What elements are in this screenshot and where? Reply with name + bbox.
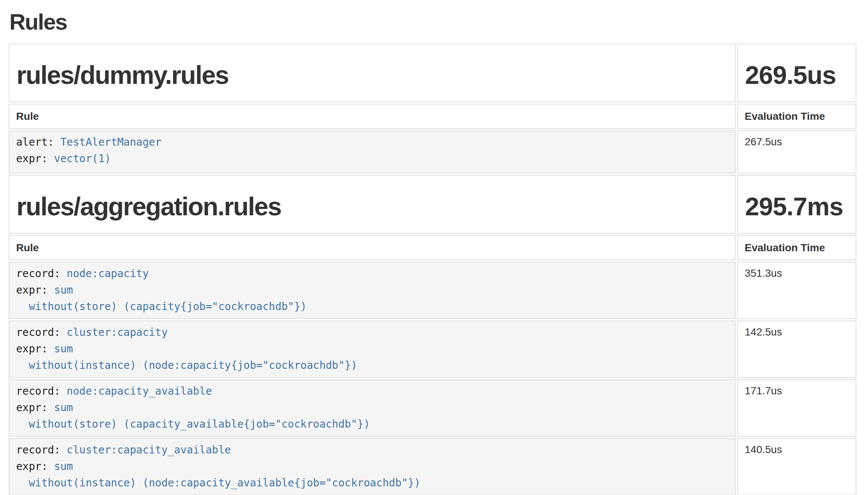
rule-code: record: node:capacityexpr: sum without(s… (16, 265, 728, 315)
expr-label: expr: (16, 401, 54, 414)
eval-time-cell: 351.3us (737, 262, 856, 319)
rule-row: record: node:capacity_availableexpr: sum… (9, 379, 856, 437)
rules-table: rules/dummy.rules 269.5us Rule Evaluatio… (7, 42, 858, 495)
page-title: Rules (9, 9, 861, 35)
rule-code-cell: record: node:capacityexpr: sum without(s… (9, 262, 736, 319)
rule-expr-link[interactable]: sum without(instance) (node:capacity_ava… (16, 460, 728, 491)
rule-code-cell: record: cluster:capacityexpr: sum withou… (9, 321, 736, 378)
rule-code-cell: record: cluster:capacity_availableexpr: … (9, 438, 736, 495)
group-file-name: rules/aggregation.rules (10, 194, 735, 219)
page-container: Rules rules/dummy.rules 269.5us Rule Eva… (7, 9, 861, 495)
column-header-row: Rule Evaluation Time (9, 235, 856, 260)
expr-line: without(instance) (node:capacity{job="co… (16, 357, 728, 374)
rule-code: alert: TestAlertManagerexpr: vector(1) (16, 134, 728, 167)
expr-line: sum (54, 343, 73, 355)
expr-line: without(store) (capacity_available{job="… (16, 416, 728, 432)
rule-name-link[interactable]: node:capacity (67, 267, 149, 280)
rule-expr-link[interactable]: sum without(store) (capacity_available{j… (16, 401, 728, 432)
rule-name-link[interactable]: cluster:capacity_available (67, 444, 231, 456)
rule-kind-label: record: (16, 326, 67, 338)
rule-name-link[interactable]: TestAlertManager (60, 136, 162, 148)
rule-kind-label: record: (16, 444, 67, 456)
group-name-cell: rules/dummy.rules (9, 43, 736, 102)
group-header-row: rules/dummy.rules 269.5us (9, 43, 856, 102)
rule-row: record: cluster:capacityexpr: sum withou… (9, 321, 856, 378)
eval-time-cell: 267.5us (737, 130, 856, 173)
rule-code-cell: record: node:capacity_availableexpr: sum… (9, 379, 736, 437)
column-header-row: Rule Evaluation Time (9, 104, 856, 129)
rule-kind-label: record: (16, 267, 67, 280)
expr-label: expr: (16, 460, 54, 473)
eval-time-cell: 140.5us (737, 438, 856, 495)
expr-line: sum (54, 460, 73, 473)
eval-time-cell: 142.5us (737, 321, 856, 378)
group-header-row: rules/aggregation.rules 295.7ms (9, 175, 856, 234)
group-time-cell: 295.7ms (737, 175, 856, 234)
expr-line: sum (54, 284, 73, 296)
rule-row: record: node:capacityexpr: sum without(s… (9, 262, 856, 319)
rule-kind-label: record: (16, 385, 67, 397)
rule-row: record: cluster:capacity_availableexpr: … (9, 438, 856, 495)
rule-code: record: cluster:capacity_availableexpr: … (16, 442, 728, 491)
rule-name-link[interactable]: node:capacity_available (67, 385, 212, 397)
time-col-header: Evaluation Time (737, 104, 856, 129)
rule-code: record: cluster:capacityexpr: sum withou… (16, 324, 728, 374)
rule-kind-label: alert: (16, 136, 60, 148)
group-eval-time: 269.5us (738, 62, 855, 88)
rule-name-link[interactable]: cluster:capacity (67, 326, 168, 338)
expr-line: vector(1) (54, 152, 111, 165)
rule-col-header: Rule (9, 104, 736, 129)
expr-line: sum (54, 401, 73, 414)
group-eval-time: 295.7ms (738, 194, 855, 219)
rule-code: record: node:capacity_availableexpr: sum… (16, 383, 728, 432)
expr-label: expr: (16, 152, 54, 165)
rule-row: alert: TestAlertManagerexpr: vector(1) 2… (9, 130, 856, 173)
rule-col-header: Rule (9, 235, 736, 260)
rule-expr-link[interactable]: sum without(store) (capacity{job="cockro… (16, 284, 728, 315)
rule-expr-link[interactable]: vector(1) (54, 152, 111, 165)
group-name-cell: rules/aggregation.rules (9, 175, 736, 234)
eval-time-cell: 171.7us (737, 379, 856, 437)
rule-expr-link[interactable]: sum without(instance) (node:capacity{job… (16, 343, 728, 374)
expr-line: without(store) (capacity{job="cockroachd… (16, 298, 728, 315)
expr-line: without(instance) (node:capacity_availab… (16, 475, 728, 491)
group-file-name: rules/dummy.rules (10, 62, 735, 88)
group-time-cell: 269.5us (737, 43, 856, 102)
rule-code-cell: alert: TestAlertManagerexpr: vector(1) (9, 130, 736, 173)
time-col-header: Evaluation Time (737, 235, 856, 260)
expr-label: expr: (16, 284, 54, 296)
expr-label: expr: (16, 343, 54, 355)
